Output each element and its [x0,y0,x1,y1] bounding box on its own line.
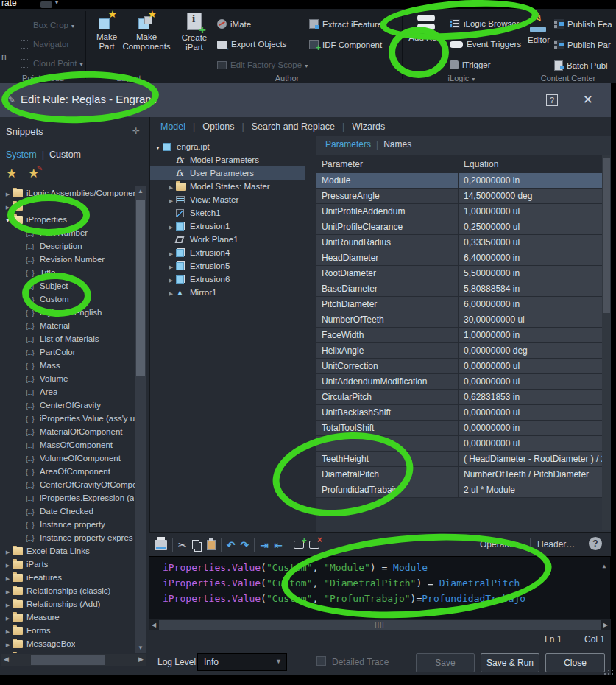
parameter-row[interactable]: Module 0,20000000 in [316,173,602,189]
close-icon[interactable]: ✕ [583,92,593,108]
parameter-row[interactable]: UnitCorrection 0,00000000 ul [316,359,602,374]
snippet-tree-item[interactable]: Mass [0,359,135,372]
model-tree-item[interactable]: User Parameters [150,166,305,180]
scroll-right-icon[interactable]: ▶ [138,656,144,663]
publish-feature-button[interactable]: Publish Fea [554,19,612,29]
snippets-vertical-scrollbar[interactable]: ▲ ▼ [135,186,146,653]
scroll-up-icon[interactable]: ▲ [600,558,609,574]
print-icon[interactable] [155,540,167,550]
imate-button[interactable]: iMate [217,19,251,29]
export-objects-button[interactable]: Export Objects [217,40,286,49]
parameter-row[interactable]: RootDiameter 5,50000000 in [316,266,602,281]
snippet-tree-item[interactable]: Part Number [0,226,135,239]
snippet-tree-item[interactable]: PartColor [0,345,135,359]
tab-parameters[interactable]: Parameters [325,139,371,150]
model-tree-item[interactable]: Extrusion5 [150,259,315,273]
edit-favorites-star-icon[interactable]: ★ [28,166,39,181]
event-triggers-button[interactable]: Event Triggers [450,40,521,49]
scrollbar-thumb[interactable] [136,200,145,376]
add-rule-button[interactable]: Add Rule [406,15,446,43]
snippet-tree-item[interactable]: Measure [0,611,135,624]
scrollbar-thumb[interactable] [31,655,105,665]
tab-wizards[interactable]: Wizards [352,122,385,132]
snippet-tree-item[interactable]: Relationships (Add) [0,597,135,611]
tab-system[interactable]: System [6,150,37,160]
snippet-tree-item[interactable]: MessageBox [0,637,135,650]
parameter-row[interactable]: DiametralPitch NumberOfTeeth / PitchDiam… [316,467,602,482]
snippet-tree-item[interactable]: MassOfComponent [0,438,135,452]
model-tree-item[interactable]: engra.ipt [150,140,315,153]
header-button[interactable]: Header… [537,539,575,549]
snippets-horizontal-scrollbar[interactable]: ◀ ▶ [1,654,146,666]
parameter-row[interactable]: PitchDiameter 6,00000000 in [316,297,602,312]
snippet-tree-item[interactable]: AreaOfComponent [0,465,135,478]
cloud-point-button[interactable]: Cloud Point [21,59,82,68]
create-ipart-button[interactable]: Create iPart [177,13,211,52]
model-tree-item[interactable]: Model Parameters [150,153,315,166]
snippet-tree-item[interactable]: iProperties [0,213,135,226]
snippet-tree-item[interactable]: CenterOfGravity [0,398,135,412]
undo-icon[interactable]: ↶ [227,539,236,551]
snippet-tree-item[interactable]: iProperties.Expression (a [0,491,135,505]
redo-icon[interactable]: ↷ [240,539,249,551]
parameter-row[interactable]: HeadDiameter 6,40000000 in [316,250,602,266]
code-vertical-scrollbar[interactable]: ▲ [600,558,609,617]
operators-dropdown[interactable]: Operators [480,539,525,549]
snippet-tree-item[interactable]: Forms [0,624,135,637]
editor-button[interactable]: ✎ Editor [524,13,553,45]
snippet-tree-item[interactable]: List of Materials [0,332,135,345]
snippet-tree-item[interactable]: VolumeOfComponent [0,452,135,465]
snippet-tree-item[interactable]: Subject [0,279,135,292]
close-button[interactable]: Close [545,653,605,672]
column-equation[interactable]: Equation [464,159,498,169]
resize-grip[interactable] [603,667,614,675]
scrollbar-thumb[interactable] [603,158,610,313]
snippet-tree-item[interactable]: Log Messages [0,650,135,653]
model-tree-item[interactable]: Sketch1 [150,206,315,219]
parameter-row[interactable]: HelixAngle 0,00000000 deg [316,343,602,359]
group-label-ilogic[interactable]: iLogic [403,74,520,82]
tab-names[interactable]: Names [383,139,411,150]
parameter-row[interactable]: BaseDiameter 5,80888584 in [316,281,602,297]
pin-icon[interactable]: ✛ [132,126,140,136]
snippet-tree-item[interactable]: iParts [0,558,135,571]
model-tree-item[interactable]: Extrusion4 [150,246,315,259]
parameter-row[interactable]: 0,00000000 ul [316,436,602,452]
log-level-select[interactable]: Info ▼ [197,653,287,671]
snippet-tree-item[interactable]: CenterOfGravityOfCompo [0,478,135,491]
help-icon[interactable]: ? [589,537,602,550]
parameter-row[interactable]: TeethHeight ( HeadDiameter - RootDiamete… [316,452,602,467]
scroll-left-icon[interactable]: ◀ [152,622,156,628]
model-tree-item[interactable]: Extrusion6 [150,273,315,286]
model-tree-item[interactable]: Mirror1 [150,286,315,299]
snippet-tree-item[interactable]: iProperties.Value (ass'y u [0,412,135,425]
favorites-star-icon[interactable]: ★ [6,166,17,180]
snippet-tree-item[interactable]: Title [0,266,135,279]
parameter-row[interactable]: UnitBacklashShift 0,00000000 ul [316,405,602,421]
save-and-run-button[interactable]: Save & Run [481,653,539,672]
snippet-tree-item[interactable]: Material [0,319,135,332]
snippet-tree-item[interactable]: iLogic Assemblies/Component [0,186,135,200]
snippet-tree-item[interactable]: Volume [0,372,135,385]
detailed-trace-checkbox[interactable] [316,656,326,666]
dialog-titlebar[interactable]: ✎ Edit Rule: Reglas - Engrane ? ✕ [0,83,611,117]
make-components-button[interactable]: ★ Make Components [118,13,174,52]
partial-tab-label[interactable]: rate [1,0,17,8]
itrigger-button[interactable]: iTrigger [450,60,491,69]
snippet-tree-item[interactable]: Area [0,385,135,398]
parameters-scrollbar[interactable] [602,155,611,530]
snippet-tree-item[interactable]: MaterialOfComponent [0,425,135,438]
extract-ifeature-button[interactable]: Extract iFeature [309,19,382,29]
parameter-row[interactable]: UnitRoundRadius 0,33350000 ul [316,235,602,250]
tab-search-and-replace[interactable]: Search and Replace [252,122,335,132]
scroll-up-icon[interactable]: ▲ [135,188,146,194]
snippet-tree-item[interactable]: iFeatures [0,571,135,584]
scrollbar-thumb[interactable]: |||| [159,620,601,630]
parameter-row[interactable]: UnitAddendumModification 0,00000000 ul [316,374,602,390]
help-icon[interactable]: ? [546,94,558,106]
scroll-left-icon[interactable]: ◀ [4,656,9,663]
model-tree-item[interactable]: Work Plane1 [150,233,315,246]
snippet-tree-item[interactable]: Styles in English [0,306,135,319]
parameter-row[interactable]: UnitProfileClearance 0,25000000 ul [316,219,602,235]
remove-comment-icon[interactable] [309,541,319,549]
